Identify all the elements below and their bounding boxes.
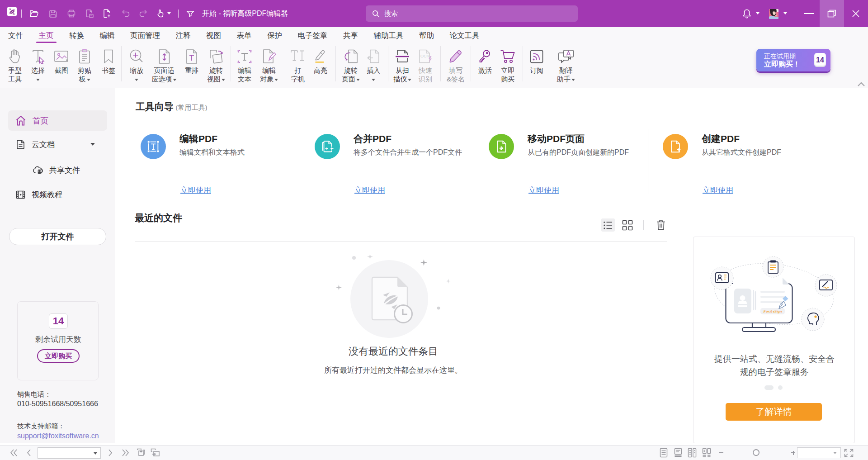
svg-text:Foxit eSign: Foxit eSign bbox=[763, 309, 782, 313]
svg-text:OCR: OCR bbox=[420, 54, 430, 58]
